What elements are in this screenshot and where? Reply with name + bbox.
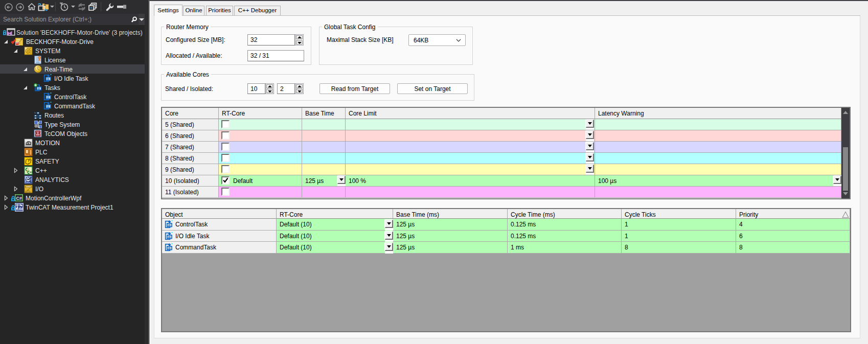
svg-text:C#: C# (16, 196, 22, 201)
